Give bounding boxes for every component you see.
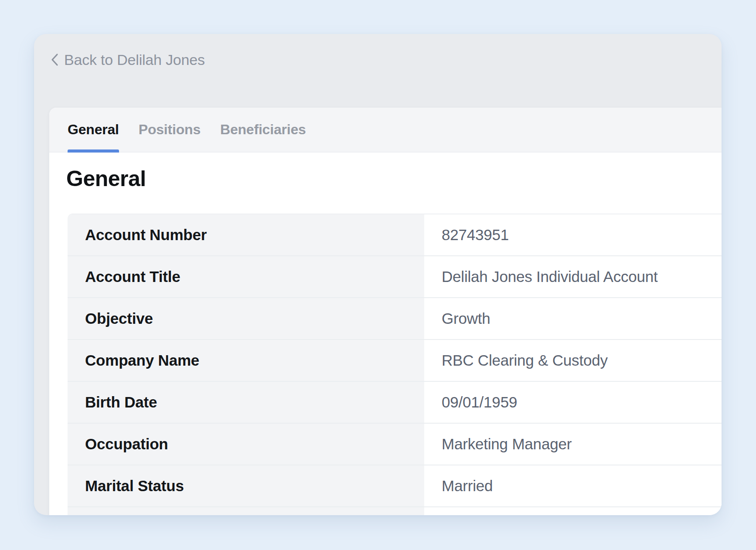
page-title: General bbox=[66, 168, 146, 190]
tab-label: Positions bbox=[139, 122, 201, 138]
row-value: 09/01/1959 bbox=[424, 382, 722, 423]
row-value: Growth bbox=[424, 298, 722, 339]
tab-positions[interactable]: Positions bbox=[139, 108, 201, 152]
row-label: Birth Date bbox=[68, 382, 424, 423]
tab-label: General bbox=[68, 122, 119, 138]
row-value: Marketing Manager bbox=[424, 424, 722, 465]
row-label: Company Name bbox=[68, 340, 424, 381]
table-row: Marital Status Married bbox=[68, 465, 722, 507]
tab-bar: GeneralPositionsBeneficiaries bbox=[49, 108, 722, 153]
tab-general[interactable]: General bbox=[68, 108, 119, 152]
table-row-partial bbox=[68, 507, 722, 515]
row-label: Account Title bbox=[68, 256, 424, 297]
page-background: { "back_link": { "label": "Back to Delil… bbox=[0, 0, 756, 550]
tab-label: Beneficiaries bbox=[220, 122, 306, 138]
general-details-table: Account Number 82743951 Account Title De… bbox=[68, 214, 722, 515]
row-value: RBC Clearing & Custody bbox=[424, 340, 722, 381]
table-row: Account Title Delilah Jones Individual A… bbox=[68, 256, 722, 298]
row-label: Marital Status bbox=[68, 465, 424, 506]
table-row: Account Number 82743951 bbox=[68, 214, 722, 256]
table-row: Birth Date 09/01/1959 bbox=[68, 382, 722, 424]
row-label: Account Number bbox=[68, 214, 424, 255]
account-panel: GeneralPositionsBeneficiaries General Ac… bbox=[49, 108, 722, 515]
back-link-label: Back to Delilah Jones bbox=[64, 50, 205, 69]
row-value: Married bbox=[424, 465, 722, 506]
row-label: Objective bbox=[68, 298, 424, 339]
account-detail-card: Back to Delilah Jones GeneralPositionsBe… bbox=[34, 34, 722, 515]
tab-beneficiaries[interactable]: Beneficiaries bbox=[220, 108, 306, 152]
chevron-left-icon bbox=[51, 53, 58, 66]
row-label bbox=[68, 507, 424, 515]
table-row: Objective Growth bbox=[68, 298, 722, 340]
row-label: Occupation bbox=[68, 424, 424, 465]
table-row: Occupation Marketing Manager bbox=[68, 424, 722, 465]
row-value: 82743951 bbox=[424, 214, 722, 255]
back-link[interactable]: Back to Delilah Jones bbox=[51, 50, 205, 69]
row-value bbox=[424, 507, 722, 515]
table-row: Company Name RBC Clearing & Custody bbox=[68, 340, 722, 382]
row-value: Delilah Jones Individual Account bbox=[424, 256, 722, 297]
